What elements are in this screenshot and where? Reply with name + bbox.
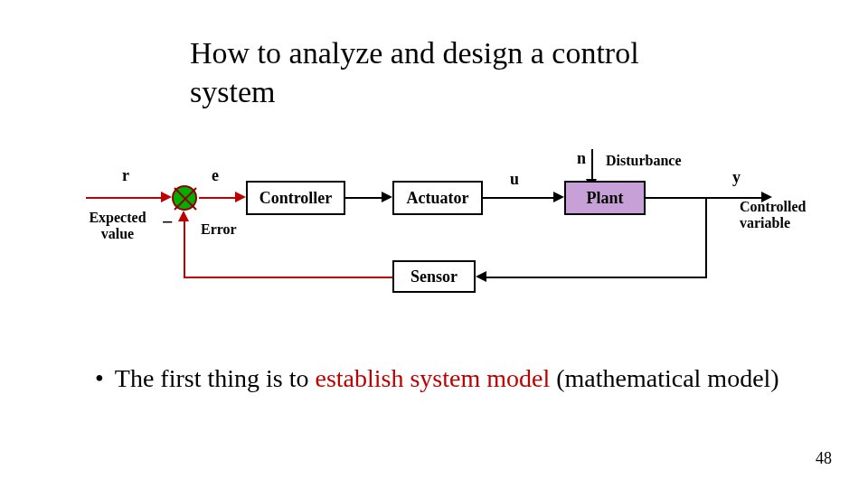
signal-u-label: u [510,170,519,189]
wire-feedback-up [184,221,185,278]
wire-r [86,197,163,199]
bullet-dot-icon: • [95,364,115,392]
wire-n [591,149,593,181]
arrow-feedback-to-sensor-icon [476,271,486,282]
signal-e-label: e [212,166,219,185]
sensor-block: Sensor [392,260,476,293]
page-number: 48 [816,449,832,468]
controller-block: Controller [246,181,345,215]
slide: How to analyze and design a control syst… [0,0,868,488]
arrow-ctrl-act-icon [382,192,392,202]
wire-u [483,197,555,199]
plant-block: Plant [564,181,646,215]
summing-junction-icon [172,185,197,211]
signal-n-label: n [577,149,586,168]
arrow-r-icon [161,192,172,202]
arrow-feedback-up-icon [178,211,189,221]
bullet-lead: The first thing is to [115,364,316,392]
wire-feedback-to-sensor [486,277,707,278]
signal-y-label: y [732,168,741,187]
wire-ctrl-act [345,197,383,199]
wire-feedback-left [184,277,392,278]
bullet-text: •The first thing is to establish system … [95,361,782,396]
arrow-e-icon [235,192,246,202]
signal-r-label: r [122,166,129,185]
signal-y-desc: Controlled variable [740,199,848,231]
actuator-block: Actuator [392,181,483,215]
wire-feedback-down [705,197,707,278]
wire-e [199,197,237,199]
signal-r-desc: Expected value [72,210,163,242]
summing-minus-label: − [162,211,174,234]
bullet-tail: (mathematical model) [550,364,778,392]
signal-error-label: Error [201,221,237,238]
bullet-emph: establish system model [315,364,550,392]
arrow-u-icon [553,192,564,202]
signal-n-desc: Disturbance [606,153,682,169]
control-loop-diagram: r Expected value − e Error Controller Ac… [0,0,868,488]
